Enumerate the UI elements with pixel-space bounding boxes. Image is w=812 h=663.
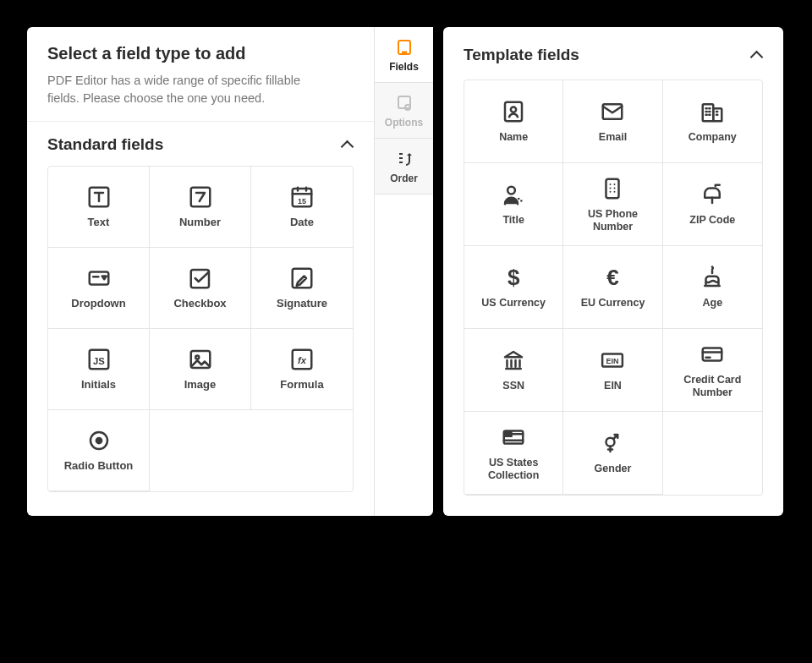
tab-options[interactable]: Options — [375, 83, 433, 139]
field-credit-card[interactable]: Credit Card Number — [663, 329, 762, 412]
number-7-icon — [188, 184, 213, 210]
envelope-icon — [600, 99, 625, 124]
field-radio-button[interactable]: Radio Button — [48, 410, 150, 491]
panel-title: Select a field type to add — [47, 44, 354, 63]
field-number[interactable]: Number — [150, 167, 251, 248]
panel-subtitle: PDF Editor has a wide range of specific … — [47, 72, 318, 107]
field-company[interactable]: Company — [663, 80, 762, 163]
dollar-icon: $ — [501, 265, 526, 290]
ein-box-icon — [600, 348, 625, 373]
id-card-icon — [501, 99, 526, 124]
field-age[interactable]: Age — [663, 246, 762, 329]
dropdown-icon — [86, 266, 112, 291]
field-formula[interactable]: Formula — [251, 329, 353, 410]
field-initials[interactable]: Initials — [48, 329, 150, 410]
field-signature[interactable]: Signature — [251, 248, 353, 329]
field-eu-currency[interactable]: €EU Currency — [563, 246, 662, 329]
buildings-icon — [700, 99, 725, 124]
template-fields-toggle[interactable]: Template fields — [443, 27, 783, 76]
standard-fields-toggle[interactable]: Standard fields — [27, 121, 374, 166]
field-us-states[interactable]: US States Collection — [464, 412, 563, 495]
standard-fields-title: Standard fields — [47, 135, 163, 154]
order-tab-icon — [392, 149, 416, 169]
field-image[interactable]: Image — [150, 329, 251, 410]
field-ssn[interactable]: SSN — [464, 329, 563, 412]
standard-fields-grid: Text Number Date Dropdown Checkbox Signa… — [47, 166, 354, 492]
image-icon — [188, 347, 213, 372]
panel-header: Select a field type to add PDF Editor ha… — [27, 27, 374, 121]
checkbox-icon — [188, 266, 213, 291]
field-text[interactable]: Text — [48, 167, 150, 248]
text-icon — [86, 184, 112, 210]
field-email[interactable]: Email — [563, 80, 662, 163]
formula-fx-icon — [289, 347, 315, 372]
fields-panel: Select a field type to add PDF Editor ha… — [27, 27, 433, 516]
phone-keypad-icon — [600, 176, 625, 201]
field-gender[interactable]: Gender — [563, 412, 662, 495]
field-us-currency[interactable]: $US Currency — [464, 246, 563, 329]
flag-icon — [501, 425, 526, 450]
template-fields-panel: Template fields Name Email Company Title… — [443, 27, 783, 516]
template-fields-grid: Name Email Company Title US Phone Number… — [464, 79, 763, 496]
template-fields-title: Template fields — [464, 46, 579, 64]
euro-icon: € — [600, 265, 625, 290]
field-dropdown[interactable]: Dropdown — [48, 248, 150, 329]
field-date[interactable]: Date — [251, 167, 353, 248]
mailbox-icon — [700, 182, 725, 207]
gender-icon — [600, 430, 625, 456]
calendar-15-icon — [289, 184, 315, 210]
tab-order[interactable]: Order — [375, 139, 433, 195]
fields-tab-icon — [392, 37, 416, 58]
field-zip-code[interactable]: ZIP Code — [663, 163, 762, 246]
birthday-cake-icon — [700, 265, 725, 290]
signature-icon — [289, 266, 315, 291]
chevron-up-icon — [749, 48, 763, 62]
field-checkbox[interactable]: Checkbox — [150, 248, 251, 329]
chevron-up-icon — [340, 138, 354, 151]
radio-icon — [86, 428, 112, 453]
side-tabs: Fields Options Order — [374, 27, 433, 516]
tab-fields[interactable]: Fields — [375, 27, 433, 83]
field-ein[interactable]: EIN — [563, 329, 662, 412]
field-us-phone[interactable]: US Phone Number — [563, 163, 662, 246]
options-tab-icon — [392, 93, 416, 113]
person-title-icon — [501, 182, 526, 207]
credit-card-icon — [700, 342, 725, 367]
field-name[interactable]: Name — [464, 80, 563, 163]
bank-icon — [501, 348, 526, 373]
field-title[interactable]: Title — [464, 163, 563, 246]
initials-js-icon — [86, 347, 112, 372]
